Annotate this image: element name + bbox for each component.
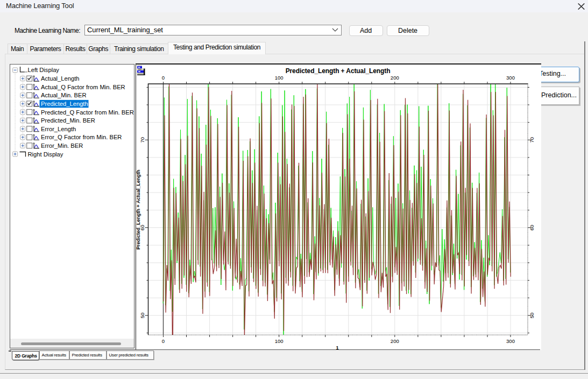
svg-text:50: 50 [139, 312, 145, 318]
svg-text:100: 100 [274, 338, 283, 344]
svg-text:Actual_Length: Actual_Length [41, 75, 80, 82]
svg-text:200: 200 [390, 338, 399, 344]
svg-text:Predicted_Min. BER: Predicted_Min. BER [41, 117, 95, 124]
svg-text:300: 300 [506, 338, 515, 344]
svg-text:Actual_Q Factor from Min. BER: Actual_Q Factor from Min. BER [41, 83, 125, 90]
svg-text:Predicted_Q Factor from Min. B: Predicted_Q Factor from Min. BER [41, 109, 134, 115]
svg-text:60: 60 [529, 225, 535, 231]
svg-text:0: 0 [161, 75, 164, 81]
svg-text:Right Display: Right Display [28, 151, 63, 157]
svg-text:50: 50 [529, 312, 535, 318]
svg-text:Error_Length: Error_Length [41, 125, 76, 132]
svg-text:70: 70 [139, 137, 145, 143]
svg-text:Error_Min. BER: Error_Min. BER [41, 142, 83, 148]
svg-text:0: 0 [161, 338, 164, 344]
svg-text:Predicted_Length: Predicted_Length [41, 100, 88, 106]
svg-text:Left Display: Left Display [28, 67, 60, 73]
svg-text:100: 100 [274, 75, 283, 81]
svg-text:Actual_Min. BER: Actual_Min. BER [41, 92, 87, 98]
svg-text:Predicted_Length + Actual_Leng: Predicted_Length + Actual_Length [285, 67, 390, 74]
svg-text:70: 70 [529, 137, 535, 143]
svg-text:200: 200 [390, 75, 399, 81]
svg-text:Error_Q Factor from Min. BER: Error_Q Factor from Min. BER [41, 134, 122, 140]
svg-text:300: 300 [506, 75, 515, 81]
svg-text:Predicted_Length + Actual_Leng: Predicted_Length + Actual_Length [136, 169, 141, 249]
